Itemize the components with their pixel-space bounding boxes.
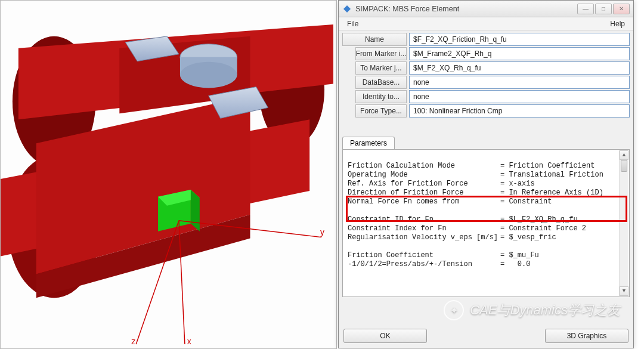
param-l6b: = $L_F2_XQ_Rh_q_fu <box>500 215 627 224</box>
3d-viewport[interactable]: y x z <box>0 0 337 349</box>
window-title: SIMPACK: MBS Force Element <box>355 5 574 13</box>
to-marker-button[interactable]: To Marker j... <box>355 61 407 75</box>
close-button[interactable]: ✕ <box>613 4 630 14</box>
menu-file[interactable]: File <box>343 18 362 29</box>
to-marker-field[interactable]: $M_F2_XQ_Rh_q_fu <box>409 61 630 75</box>
axis-z-label: z <box>131 336 135 346</box>
menu-help[interactable]: Help <box>606 18 628 29</box>
identity-field[interactable]: none <box>409 90 630 103</box>
param-l1a: Friction Calculation Mode <box>348 162 500 171</box>
param-l5a: Normal Force Fn comes from <box>348 197 500 206</box>
database-field[interactable]: none <box>409 76 630 89</box>
name-label: Name <box>342 33 407 46</box>
param-l9b: = $_mu_Fu <box>500 251 627 260</box>
param-l5b: = Constraint <box>500 197 627 206</box>
param-l10b: = 0.0 <box>500 260 627 269</box>
param-l9a: Friction Coefficient <box>348 251 500 260</box>
property-area: Name $F_F2_XQ_Friction_Rh_q_fu From Mark… <box>339 30 633 120</box>
axis-x-label: x <box>187 336 191 346</box>
axis-y-label: y <box>320 227 324 237</box>
param-l1b: = Friction Coefficient <box>500 162 627 171</box>
param-l4a: Direction of Friction Force <box>348 189 500 197</box>
param-l7b: = Constraint Force 2 <box>500 224 627 233</box>
parameters-panel[interactable]: Friction Calculation Mode= Friction Coef… <box>342 149 630 297</box>
param-l7a: Constraint Index for Fn <box>348 224 500 233</box>
name-field[interactable]: $F_F2_XQ_Friction_Rh_q_fu <box>409 33 630 46</box>
identity-button[interactable]: Identity to... <box>355 90 407 103</box>
param-l3a: Ref. Axis for Friction Force <box>348 180 500 189</box>
svg-point-13 <box>180 62 237 88</box>
from-marker-field[interactable]: $M_Frame2_XQF_Rh_q <box>409 47 630 60</box>
minimize-button[interactable]: — <box>577 4 594 14</box>
app-icon <box>342 4 352 14</box>
titlebar[interactable]: SIMPACK: MBS Force Element — □ ✕ <box>339 1 633 17</box>
force-type-field[interactable]: 100: Nonlinear Friction Cmp <box>409 104 630 118</box>
param-l2b: = Translational Friction <box>500 171 627 180</box>
param-l8b: = $_vesp_fric <box>500 233 627 242</box>
param-l8a: Regularisation Velocity v_eps [m/s] <box>348 233 500 242</box>
scroll-up-icon[interactable]: ▲ <box>620 150 628 160</box>
button-bar: OK 3D Graphics <box>339 325 633 348</box>
param-l3b: = x-axis <box>500 180 627 189</box>
from-marker-button[interactable]: From Marker i... <box>355 47 407 60</box>
scroll-down-icon[interactable]: ▼ <box>620 286 628 296</box>
maximize-button[interactable]: □ <box>595 4 612 14</box>
parameters-scrollbar[interactable]: ▲ ▼ <box>619 150 628 296</box>
tab-parameters[interactable]: Parameters <box>342 137 395 149</box>
database-button[interactable]: DataBase... <box>355 76 407 89</box>
force-element-dialog: SIMPACK: MBS Force Element — □ ✕ File He… <box>338 0 634 348</box>
tabstrip: Parameters <box>342 137 630 149</box>
param-l6a: Constraint ID for Fn <box>348 215 500 224</box>
3d-graphics-button[interactable]: 3D Graphics <box>545 329 628 343</box>
param-l2a: Operating Mode <box>348 171 500 180</box>
param-l10a: -1/0/1/2=Press/abs/+-/Tension <box>348 260 500 269</box>
param-l4b: = In Reference Axis (1D) <box>500 189 627 197</box>
ok-button[interactable]: OK <box>343 329 427 343</box>
menubar: File Help <box>339 17 633 30</box>
scroll-thumb[interactable] <box>621 160 627 172</box>
force-type-button[interactable]: Force Type... <box>355 104 407 118</box>
